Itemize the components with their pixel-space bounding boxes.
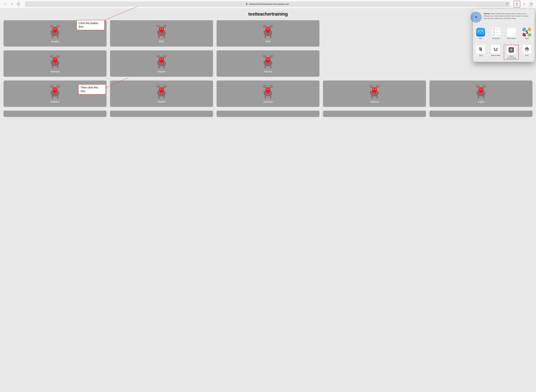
bookmarks-button[interactable]: [16, 1, 21, 7]
svg-rect-68: [163, 56, 166, 58]
svg-point-154: [477, 91, 478, 92]
svg-point-65: [54, 59, 55, 60]
svg-rect-78: [269, 56, 272, 58]
student-card[interactable]: Harper: [110, 50, 213, 77]
book-icon: [17, 2, 20, 6]
student-name: Hannah: [50, 70, 60, 73]
svg-rect-7: [51, 26, 54, 28]
share-actions-row: Copy Open in News Add to Home Screen Pri…: [473, 42, 535, 62]
svg-rect-28: [269, 26, 272, 28]
student-card[interactable]: Hannah: [4, 50, 107, 77]
student-name: Hudson: [51, 100, 60, 103]
student-card[interactable]: Jackson: [217, 80, 320, 107]
svg-point-74: [157, 61, 158, 62]
chevron-left-icon: [3, 2, 7, 6]
svg-rect-150: [478, 95, 479, 98]
student-card[interactable]: Layla: [429, 80, 532, 107]
svg-point-146: [375, 89, 376, 90]
share-app-reminders[interactable]: Reminders: [489, 28, 503, 41]
slack-icon: S: [522, 28, 531, 37]
svg-point-66: [55, 59, 56, 60]
svg-rect-10: [52, 35, 53, 38]
svg-rect-130: [265, 95, 266, 98]
student-card[interactable]: [4, 111, 107, 117]
svg-rect-138: [375, 87, 379, 88]
svg-rect-71: [163, 65, 165, 68]
student-card[interactable]: Joshua: [323, 80, 426, 107]
svg-point-83: [266, 60, 270, 63]
reload-button[interactable]: [506, 3, 508, 6]
browser-toolbar: testteachertrainingclass3-mp.mpclass.com: [0, 0, 536, 8]
svg-rect-17: [157, 26, 161, 28]
svg-point-116: [55, 89, 56, 90]
svg-rect-118: [163, 87, 166, 88]
svg-rect-141: [377, 95, 378, 98]
student-grid-partial: [4, 111, 532, 117]
student-card[interactable]: [429, 111, 532, 117]
svg-point-16: [55, 28, 56, 29]
svg-point-73: [160, 60, 163, 63]
student-card[interactable]: Harvey: [217, 50, 320, 77]
student-card[interactable]: [217, 111, 320, 117]
share-app-mail[interactable]: Mail: [474, 28, 488, 41]
share-action-copy[interactable]: Copy: [474, 45, 487, 60]
svg-rect-60: [52, 65, 53, 68]
reload-icon: [506, 3, 508, 5]
svg-rect-67: [157, 56, 161, 58]
new-tab-button[interactable]: [522, 1, 527, 7]
annotation-highlight-share: [514, 1, 520, 7]
share-action-print[interactable]: Print: [520, 45, 534, 60]
student-name: Harper: [158, 70, 166, 73]
svg-point-126: [162, 89, 163, 90]
svg-rect-31: [270, 35, 271, 38]
student-card[interactable]: Hunter: [110, 80, 213, 107]
annotation-highlight-add-homescreen: Add to Home Screen: [504, 45, 519, 60]
svg-rect-6: [530, 3, 532, 5]
share-action-add-to-home-screen[interactable]: Add to Home Screen: [504, 46, 518, 59]
svg-rect-70: [158, 65, 159, 68]
share-app-slack[interactable]: S Slack: [520, 28, 534, 41]
action-label: Copy: [479, 55, 482, 58]
svg-point-34: [264, 31, 265, 32]
url-bar[interactable]: testteachertrainingclass3-mp.mpclass.com: [25, 1, 510, 7]
svg-point-36: [268, 28, 269, 29]
svg-rect-140: [371, 95, 373, 98]
svg-rect-175: [526, 50, 528, 51]
svg-point-14: [51, 31, 52, 32]
svg-point-63: [53, 60, 57, 63]
svg-rect-80: [265, 65, 266, 68]
callout-text: Then click this one.: [80, 86, 98, 93]
student-card[interactable]: Ellie: [217, 20, 320, 47]
svg-point-25: [160, 28, 161, 29]
svg-rect-131: [270, 95, 271, 98]
svg-point-153: [479, 90, 483, 93]
back-button[interactable]: [2, 1, 8, 7]
student-name: Jackson: [263, 100, 273, 103]
svg-rect-170: [494, 50, 498, 50]
tabs-button[interactable]: [528, 1, 534, 7]
share-app-notes[interactable]: Add to Notes: [504, 28, 518, 41]
svg-point-136: [268, 89, 269, 90]
svg-point-84: [264, 61, 265, 62]
share-button[interactable]: [514, 1, 520, 7]
svg-rect-30: [265, 35, 266, 38]
svg-rect-110: [52, 95, 53, 98]
student-card[interactable]: [323, 111, 426, 117]
action-label: Open in News: [491, 55, 500, 58]
forward-button[interactable]: [9, 1, 14, 7]
svg-rect-58: [56, 56, 60, 58]
svg-point-86: [268, 59, 269, 60]
student-card[interactable]: Ellie: [110, 20, 213, 47]
svg-point-134: [264, 91, 265, 92]
svg-rect-137: [370, 87, 373, 88]
svg-rect-128: [269, 87, 272, 88]
svg-rect-107: [51, 87, 54, 88]
print-icon: [522, 45, 531, 53]
share-action-open-in-news[interactable]: Open in News: [489, 45, 503, 60]
airdrop-title: AirDrop: [484, 13, 489, 14]
share-icon: [515, 2, 519, 6]
svg-rect-61: [57, 65, 58, 68]
news-icon: [491, 45, 500, 53]
svg-rect-163: [478, 30, 483, 34]
student-card[interactable]: [110, 111, 213, 117]
